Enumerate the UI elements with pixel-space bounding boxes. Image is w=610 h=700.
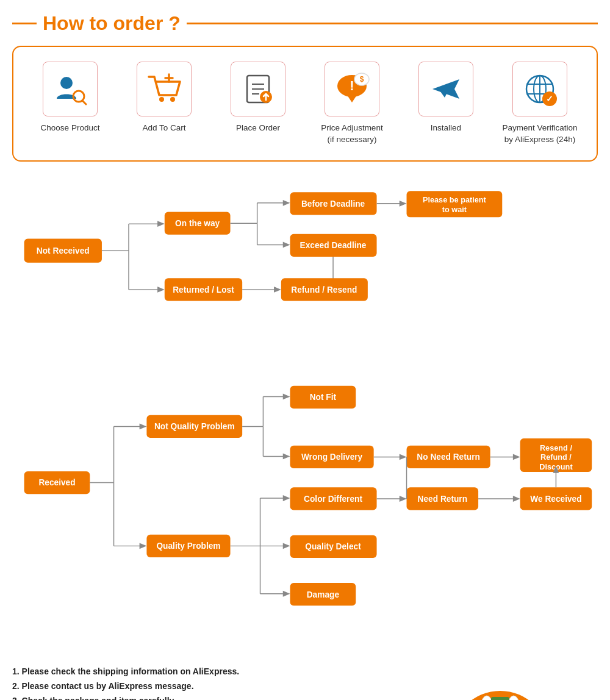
svg-text:Resend /: Resend / (540, 443, 572, 452)
svg-text:Returned / Lost: Returned / Lost (173, 285, 234, 295)
svg-text:Refund /: Refund / (540, 452, 572, 462)
svg-text:Not Quality Problem: Not Quality Problem (154, 422, 235, 431)
not-received-label: Not Received (37, 246, 90, 255)
cart-icon (146, 71, 182, 107)
svg-point-3 (159, 97, 164, 102)
title-prefix: How to (43, 12, 113, 34)
page-title: How to order ? (43, 12, 181, 35)
svg-marker-29 (157, 221, 165, 227)
top-flowchart-svg: Not Received On the way Before Deadline (12, 184, 598, 330)
footer-note-3: 3. Check the package and item carefully. (12, 696, 390, 700)
page-header: How to order ? (12, 12, 598, 35)
svg-text:$: $ (360, 75, 364, 84)
svg-marker-41 (283, 241, 290, 248)
svg-text:Color Different: Color Different (304, 495, 362, 504)
svg-text:Quality Delect: Quality Delect (305, 542, 361, 551)
svg-text:No Need Return: No Need Return (417, 452, 480, 462)
svg-text:Please be patient: Please be patient (423, 195, 487, 204)
globe-icon: ✓ (522, 71, 558, 107)
svg-text:On the way: On the way (175, 219, 220, 228)
step-icon-choose-product (43, 62, 98, 116)
flowchart-received: Received Not Quality Problem Not Fit Wro… (12, 352, 598, 647)
step-label-installed: Installed (431, 123, 461, 134)
svg-text:We Received: We Received (530, 495, 581, 504)
svg-text:Exceed Deadline: Exceed Deadline (300, 241, 367, 250)
step-label-payment-verification: Payment Verificationby AliExpress (24h) (502, 123, 577, 146)
document-upload-icon (240, 71, 276, 107)
step-icon-place-order (231, 62, 285, 116)
step-icon-installed (418, 62, 473, 116)
svg-text:Not Fit: Not Fit (310, 393, 337, 402)
step-installed: Installed (403, 62, 489, 134)
svg-marker-38 (283, 200, 290, 206)
svg-marker-88 (283, 495, 290, 501)
svg-marker-15 (347, 95, 357, 102)
svg-text:Wrong Delivery: Wrong Delivery (301, 452, 363, 462)
svg-marker-56 (274, 287, 281, 293)
footer-section: 1. Please check the shipping information… (12, 666, 598, 700)
mascot-svg: ★ (439, 666, 561, 700)
svg-marker-94 (283, 591, 290, 597)
step-icon-payment-verification: ✓ (512, 62, 567, 116)
step-payment-verification: ✓ Payment Verificationby AliExpress (24h… (497, 62, 583, 146)
svg-text:Quality Problem: Quality Problem (156, 541, 220, 551)
person-search-icon (52, 71, 88, 107)
step-icon-add-to-cart (137, 62, 192, 116)
footer-note-1: 1. Please check the shipping information… (12, 666, 390, 676)
svg-marker-73 (283, 393, 290, 399)
step-icon-price-adjustment: ! $ (325, 62, 379, 116)
svg-marker-45 (400, 201, 407, 207)
svg-text:Before Deadline: Before Deadline (301, 199, 365, 208)
steps-box: Choose Product Add To Cart (12, 46, 598, 162)
svg-text:✓: ✓ (546, 94, 553, 104)
svg-point-0 (60, 77, 73, 89)
step-add-to-cart: Add To Cart (121, 62, 207, 134)
footer-note-2: 2. Please contact us by AliExpress messa… (12, 681, 390, 691)
svg-text:Need Return: Need Return (418, 495, 467, 504)
svg-text:!: ! (350, 78, 354, 93)
svg-marker-98 (400, 496, 407, 502)
svg-marker-32 (157, 287, 165, 293)
svg-marker-91 (283, 543, 290, 549)
svg-text:Received: Received (38, 478, 75, 487)
svg-text:to wait: to wait (442, 205, 467, 214)
step-label-choose-product: Choose Product (41, 123, 100, 134)
bottom-flowchart-svg: Received Not Quality Problem Not Fit Wro… (12, 352, 598, 645)
svg-marker-67 (140, 543, 147, 549)
step-place-order: Place Order (215, 62, 301, 134)
svg-marker-64 (140, 423, 147, 429)
title-highlight: order ? (113, 12, 181, 34)
svg-marker-106 (513, 454, 520, 460)
step-label-price-adjustment: Price Adjustment(if necessary) (321, 123, 382, 146)
step-label-place-order: Place Order (236, 123, 280, 134)
flowchart-not-received: Not Received On the way Before Deadline (12, 184, 598, 332)
step-price-adjustment: ! $ Price Adjustment(if necessary) (309, 62, 395, 146)
footer-notes: 1. Please check the shipping information… (12, 666, 403, 700)
svg-marker-82 (400, 454, 407, 460)
svg-point-4 (170, 97, 175, 102)
svg-marker-114 (513, 496, 520, 502)
step-choose-product: Choose Product (27, 62, 113, 134)
plane-icon (428, 71, 464, 107)
svg-text:Damage: Damage (307, 590, 340, 599)
svg-text:Refund / Resend: Refund / Resend (291, 285, 357, 295)
header-line-left (12, 23, 37, 24)
svg-line-2 (82, 101, 86, 104)
step-label-add-to-cart: Add To Cart (142, 123, 185, 134)
chat-exclamation-icon: ! $ (334, 71, 370, 107)
svg-marker-76 (283, 453, 290, 459)
header-line-right (187, 23, 598, 24)
